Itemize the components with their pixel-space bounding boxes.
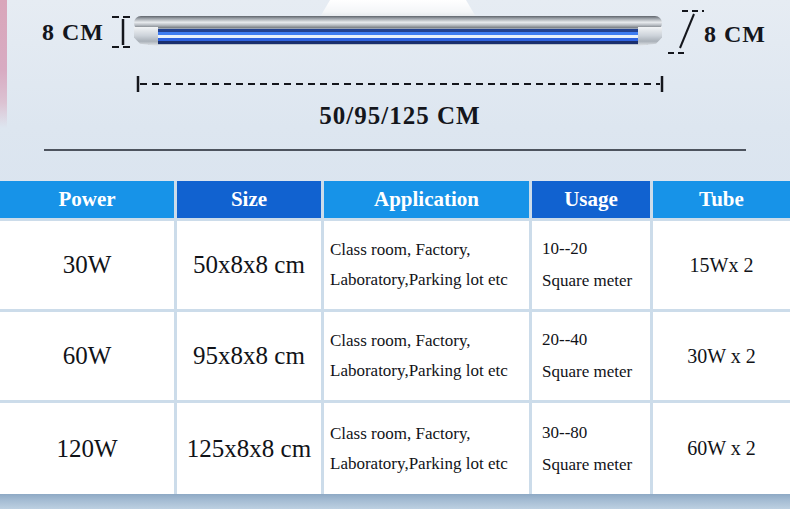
tube-cell: 15Wx 2 (653, 221, 790, 309)
fixture-end-cap-right (638, 27, 662, 46)
application-line-1: Class room, Factory, (330, 240, 529, 260)
usage-range: 20--40 (542, 330, 650, 350)
application-cell: Class room, Factory, Laboratory,Parking … (324, 403, 529, 494)
section-divider-line (44, 149, 746, 151)
height-dimension-label-right: 8 CM (704, 21, 766, 48)
application-cell: Class room, Factory, Laboratory,Parking … (324, 312, 529, 400)
size-cell: 95x8x8 cm (177, 312, 321, 400)
height-dimension-marker-left (110, 13, 136, 51)
header-usage: Usage (532, 181, 650, 218)
usage-unit: Square meter (542, 362, 650, 382)
application-line-2: Laboratory,Parking lot etc (330, 361, 529, 381)
usage-unit: Square meter (542, 271, 650, 291)
height-dimension-marker-right (666, 6, 706, 58)
power-cell: 30W (0, 221, 174, 309)
pink-edge-strip (0, 0, 7, 128)
usage-unit: Square meter (542, 455, 650, 475)
length-dimension-label: 50/95/125 CM (250, 102, 550, 130)
header-size: Size (177, 181, 321, 218)
application-line-1: Class room, Factory, (330, 424, 529, 444)
application-line-2: Laboratory,Parking lot etc (330, 270, 529, 290)
usage-range: 30--80 (542, 423, 650, 443)
fixture-blue-tubes (148, 28, 648, 45)
usage-cell: 30--80 Square meter (532, 403, 650, 494)
power-cell: 120W (0, 403, 174, 494)
usage-cell: 20--40 Square meter (532, 312, 650, 400)
application-line-2: Laboratory,Parking lot etc (330, 454, 529, 474)
header-power: Power (0, 181, 174, 218)
length-dimension-line (136, 74, 664, 94)
size-cell: 50x8x8 cm (177, 221, 321, 309)
usage-range: 10--20 (542, 239, 650, 259)
fixture-end-cap-left (134, 27, 158, 46)
tube-light-fixture (134, 16, 662, 47)
height-dimension-label-left: 8 CM (42, 19, 104, 46)
usage-cell: 10--20 Square meter (532, 221, 650, 309)
mounting-bracket (320, 0, 476, 17)
tube-cell: 60W x 2 (653, 403, 790, 494)
spec-table: Power Size Application Usage Tube 30W 50… (0, 181, 790, 494)
power-cell: 60W (0, 312, 174, 400)
header-application: Application (324, 181, 529, 218)
bottom-edge-bar (0, 494, 790, 509)
application-cell: Class room, Factory, Laboratory,Parking … (324, 221, 529, 309)
header-tube: Tube (653, 181, 790, 218)
tube-cell: 30W x 2 (653, 312, 790, 400)
application-line-1: Class room, Factory, (330, 331, 529, 351)
spec-sheet: 8 CM 8 CM 50/95/125 CM Power Size Applic… (0, 0, 790, 509)
size-cell: 125x8x8 cm (177, 403, 321, 494)
